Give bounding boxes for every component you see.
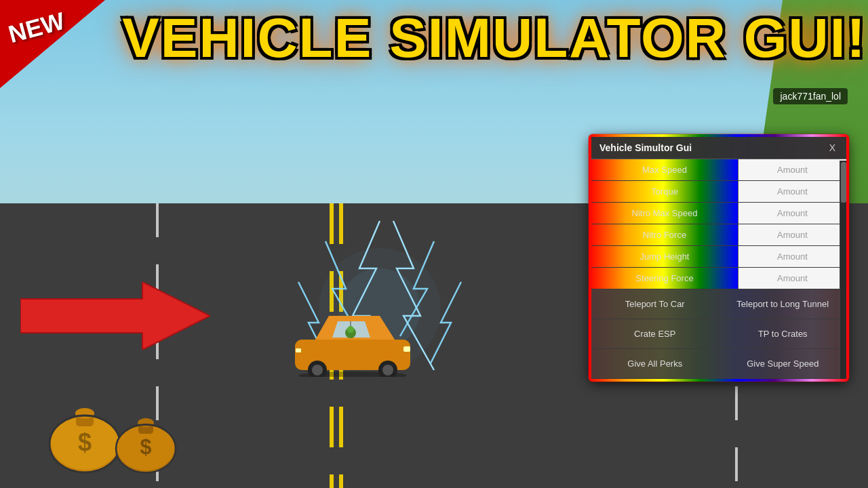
max-speed-row: Max Speed xyxy=(591,159,846,181)
gui-scrollbar-thumb xyxy=(841,162,846,203)
gui-scrollbar[interactable] xyxy=(840,161,846,379)
crate-esp-button[interactable]: Crate ESP xyxy=(591,319,719,348)
gui-close-button[interactable]: X xyxy=(827,142,838,153)
gui-title: Vehicle Simultor Gui xyxy=(599,142,692,153)
money-bags: $ $ xyxy=(41,386,183,474)
jump-height-input[interactable] xyxy=(738,246,846,267)
torque-label: Torque xyxy=(591,181,738,202)
btn-row-3: Give All Perks Give Super Speed xyxy=(591,349,846,379)
svg-point-21 xyxy=(382,365,393,375)
give-super-speed-button[interactable]: Give Super Speed xyxy=(719,349,847,378)
gui-window: Vehicle Simultor Gui X Max Speed Torque … xyxy=(590,136,848,380)
svg-point-4 xyxy=(75,408,94,419)
teleport-to-car-button[interactable]: Teleport To Car xyxy=(591,289,719,319)
red-arrow xyxy=(20,282,210,352)
money-bag-2: $ xyxy=(108,400,183,474)
car xyxy=(285,302,420,380)
give-all-perks-button[interactable]: Give All Perks xyxy=(591,349,719,378)
teleport-to-long-tunnel-button[interactable]: Teleport to Long Tunnel xyxy=(719,289,847,319)
nitro-max-speed-row: Nitro Max Speed xyxy=(591,203,846,224)
svg-text:$: $ xyxy=(78,428,92,456)
svg-rect-22 xyxy=(403,346,410,352)
btn-row-1: Teleport To Car Teleport to Long Tunnel xyxy=(591,289,846,319)
nitro-max-speed-label: Nitro Max Speed xyxy=(591,203,738,224)
username-text: jack771fan_lol xyxy=(780,91,841,102)
steering-force-row: Steering Force xyxy=(591,268,846,289)
svg-point-10 xyxy=(138,418,154,428)
nitro-force-row: Nitro Force xyxy=(591,224,846,246)
tp-to-crates-button[interactable]: TP to Crates xyxy=(719,319,847,348)
btn-row-2: Crate ESP TP to Crates xyxy=(591,319,846,349)
main-title: VEHICLE SIMULATOR GUI! xyxy=(122,10,854,66)
jump-height-label: Jump Height xyxy=(591,246,738,267)
steering-force-label: Steering Force xyxy=(591,268,738,289)
jump-height-row: Jump Height xyxy=(591,246,846,268)
svg-point-19 xyxy=(312,365,323,375)
title-overlay: VEHICLE SIMULATOR GUI! xyxy=(0,0,868,73)
svg-point-25 xyxy=(347,326,354,333)
nitro-max-speed-input[interactable] xyxy=(738,203,846,224)
max-speed-label: Max Speed xyxy=(591,159,738,180)
max-speed-input[interactable] xyxy=(738,159,846,180)
svg-marker-0 xyxy=(20,282,210,350)
steering-force-input[interactable] xyxy=(738,268,846,289)
nitro-force-input[interactable] xyxy=(738,224,846,245)
svg-rect-23 xyxy=(296,348,301,352)
torque-row: Torque xyxy=(591,181,846,203)
gui-titlebar: Vehicle Simultor Gui X xyxy=(591,137,846,159)
svg-text:$: $ xyxy=(140,435,152,458)
username-tag: jack771fan_lol xyxy=(773,88,848,104)
nitro-force-label: Nitro Force xyxy=(591,224,738,245)
torque-input[interactable] xyxy=(738,181,846,202)
